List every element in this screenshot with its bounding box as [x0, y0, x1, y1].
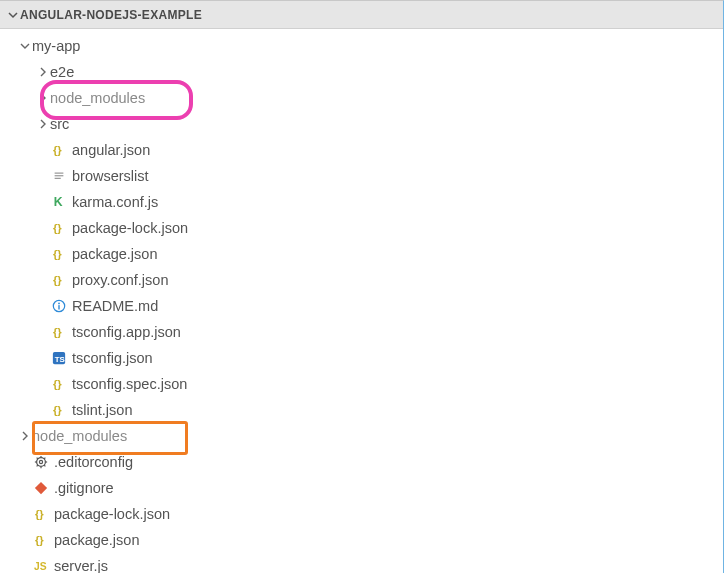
git-icon — [32, 481, 50, 495]
tree-item-package-lock.json[interactable]: {}package-lock.json — [0, 215, 723, 241]
chevron-right-icon[interactable] — [18, 431, 32, 441]
tree-item-tsconfig.spec.json[interactable]: {}tsconfig.spec.json — [0, 371, 723, 397]
text-icon — [50, 169, 68, 183]
json-icon: {} — [50, 273, 68, 288]
tree-item-label: package-lock.json — [54, 506, 170, 522]
json-icon: {} — [32, 533, 50, 548]
tree-item-label: package.json — [72, 246, 157, 262]
tree-item-label: karma.conf.js — [72, 194, 158, 210]
svg-text:{}: {} — [52, 144, 61, 156]
tree-item-label: README.md — [72, 298, 158, 314]
tree-item-e2e[interactable]: e2e — [0, 59, 723, 85]
tree-item-README.md[interactable]: README.md — [0, 293, 723, 319]
tree-item-label: .gitignore — [54, 480, 114, 496]
svg-line-23 — [44, 465, 45, 466]
svg-rect-3 — [55, 178, 61, 179]
chevron-right-icon[interactable] — [36, 119, 50, 129]
svg-text:{}: {} — [52, 222, 61, 234]
tree-item-proxy.conf.json[interactable]: {}proxy.conf.json — [0, 267, 723, 293]
svg-line-22 — [37, 458, 38, 459]
tree-item-label: node_modules — [50, 90, 145, 106]
tree-item-label: package.json — [54, 532, 139, 548]
tree-item-tsconfig.app.json[interactable]: {}tsconfig.app.json — [0, 319, 723, 345]
tree-item-root-package[interactable]: {}package.json — [0, 527, 723, 553]
tree-item-label: tsconfig.spec.json — [72, 376, 187, 392]
tree-item-editorconfig[interactable]: .editorconfig — [0, 449, 723, 475]
svg-text:{}: {} — [34, 534, 43, 546]
tree-item-karma.conf.js[interactable]: Kkarma.conf.js — [0, 189, 723, 215]
tree-item-gitignore[interactable]: .gitignore — [0, 475, 723, 501]
json-icon: {} — [50, 143, 68, 158]
svg-point-9 — [58, 303, 60, 305]
json-icon: {} — [50, 221, 68, 236]
tree-item-src[interactable]: src — [0, 111, 723, 137]
tree-item-label: server.js — [54, 558, 108, 573]
svg-text:{}: {} — [52, 404, 61, 416]
tree-item-label: tsconfig.app.json — [72, 324, 181, 340]
svg-rect-10 — [58, 305, 59, 309]
explorer-panel-header[interactable]: ANGULAR-NODEJS-EXAMPLE — [0, 1, 723, 29]
svg-text:{}: {} — [52, 248, 61, 260]
svg-line-24 — [37, 465, 38, 466]
svg-rect-1 — [55, 173, 64, 174]
tree-item-package.json[interactable]: {}package.json — [0, 241, 723, 267]
svg-point-17 — [39, 460, 42, 463]
gear-icon — [32, 455, 50, 469]
json-icon: {} — [32, 507, 50, 522]
svg-text:JS: JS — [34, 561, 47, 572]
tree-item-label: src — [50, 116, 69, 132]
tree-item-server.js[interactable]: JSserver.js — [0, 553, 723, 573]
tree-item-node_modules_1[interactable]: node_modules — [0, 85, 723, 111]
json-icon: {} — [50, 247, 68, 262]
svg-text:{}: {} — [52, 274, 61, 286]
tree-item-node_modules_2[interactable]: node_modules — [0, 423, 723, 449]
tree-item-label: my-app — [32, 38, 80, 54]
chevron-down-icon[interactable] — [18, 41, 32, 51]
panel-title: ANGULAR-NODEJS-EXAMPLE — [20, 8, 202, 22]
info-icon — [50, 299, 68, 313]
tree-item-tslint.json[interactable]: {}tslint.json — [0, 397, 723, 423]
tree-item-label: e2e — [50, 64, 74, 80]
tree-item-label: angular.json — [72, 142, 150, 158]
svg-text:{}: {} — [52, 378, 61, 390]
tree-item-label: proxy.conf.json — [72, 272, 168, 288]
svg-text:{}: {} — [34, 508, 43, 520]
tree-item-label: node_modules — [32, 428, 127, 444]
tree-item-label: .editorconfig — [54, 454, 133, 470]
tree-item-tsconfig.json[interactable]: TStsconfig.json — [0, 345, 723, 371]
json-icon: {} — [50, 403, 68, 418]
tree-item-label: tsconfig.json — [72, 350, 153, 366]
file-tree: my-appe2enode_modulessrc{}angular.jsonbr… — [0, 29, 723, 573]
tree-item-root-package-lock[interactable]: {}package-lock.json — [0, 501, 723, 527]
tree-item-my-app[interactable]: my-app — [0, 33, 723, 59]
chevron-right-icon[interactable] — [36, 93, 50, 103]
svg-text:K: K — [54, 195, 63, 209]
svg-text:TS: TS — [55, 355, 65, 364]
tree-item-angular.json[interactable]: {}angular.json — [0, 137, 723, 163]
json-icon: {} — [50, 377, 68, 392]
tree-item-label: browserslist — [72, 168, 149, 184]
svg-line-25 — [44, 458, 45, 459]
tree-item-browserslist[interactable]: browserslist — [0, 163, 723, 189]
svg-text:{}: {} — [52, 326, 61, 338]
js-icon: JS — [32, 559, 50, 574]
chevron-right-icon[interactable] — [36, 67, 50, 77]
svg-point-16 — [37, 458, 46, 467]
tree-item-label: tslint.json — [72, 402, 132, 418]
json-icon: {} — [50, 325, 68, 340]
svg-rect-2 — [55, 175, 64, 176]
karma-icon: K — [50, 195, 68, 209]
tree-item-label: package-lock.json — [72, 220, 188, 236]
ts-icon: TS — [50, 351, 68, 365]
chevron-down-icon — [6, 10, 20, 20]
